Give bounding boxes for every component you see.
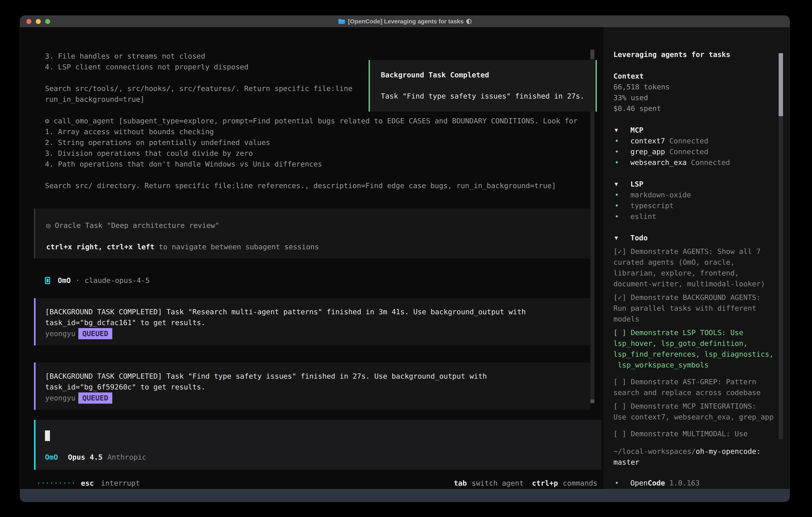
switch-agent-label: switch agent xyxy=(471,478,523,489)
agent-header: OmO · claude-opus-4-5 xyxy=(45,275,150,286)
tool-call-text: call_omo_agent [subagent_type=explore, p… xyxy=(54,117,578,125)
screen: [OpenCode] Leveraging agents for tasks 3… xyxy=(0,0,812,517)
session-title: Leveraging agents for tasks xyxy=(613,49,779,60)
status-badge: QUEUED xyxy=(78,328,112,339)
task-author: yeongyu xyxy=(45,329,76,338)
window-titlebar: [OpenCode] Leveraging agents for tasks xyxy=(20,16,790,28)
agent-model: claude-opus-4-5 xyxy=(85,275,150,286)
context-section: Context 66,518 tokens 33% used $0.46 spe… xyxy=(613,71,779,114)
busy-indicator-icon xyxy=(466,19,471,24)
todo-item-pending: [ ] Demonstrate AST-GREP: Pattern search… xyxy=(613,377,779,398)
toast-title: Background Task Completed xyxy=(381,70,489,80)
task-text-line2: task_id="bg_dcfac161" to get results. xyxy=(45,317,205,328)
lsp-section-header[interactable]: ▼ LSP xyxy=(613,179,779,190)
status-dot-icon: • xyxy=(613,200,630,211)
todo-section-header[interactable]: ▼ Todo xyxy=(613,233,779,243)
workspace-repo: oh-my-opencode: xyxy=(696,447,761,456)
mcp-section: ▼ MCP • context7 Connected • grep_app Co… xyxy=(613,125,779,168)
oracle-hint-text: to navigate between subagent sessions xyxy=(154,243,319,251)
prompt-input[interactable]: OmO Opus 4.5 Anthropic xyxy=(34,420,601,470)
todo-item-done: [✓] Demonstrate AGENTS: Show all 7 curat… xyxy=(613,246,779,289)
lsp-item: • typescript xyxy=(613,200,779,211)
mcp-item: • websearch_exa Connected xyxy=(613,157,779,168)
task-text-line1: [BACKGROUND TASK COMPLETED] Task "Resear… xyxy=(45,306,526,317)
mcp-item: • context7 Connected xyxy=(613,136,779,146)
switch-agent-key: tab xyxy=(454,478,467,489)
status-dot-icon: • xyxy=(613,190,630,200)
folder-icon xyxy=(338,19,345,24)
mcp-item: • grep_app Connected xyxy=(613,146,779,157)
status-dot-icon: • xyxy=(613,211,630,222)
workspace-path: ~/local-workspaces/oh-my-opencode: maste… xyxy=(613,446,779,468)
oracle-hint-keys: ctrl+x right, ctrl+x left xyxy=(46,243,154,251)
sidebar-scrollbar-track[interactable] xyxy=(779,53,783,439)
chat-pane[interactable]: 3. File handles or streams not closed 4.… xyxy=(20,27,603,489)
mcp-heading: MCP xyxy=(630,125,643,136)
lsp-heading: LSP xyxy=(630,179,643,190)
status-bar: ········· esc interrupt tab switch agent… xyxy=(20,478,603,489)
mcp-name: grep_app xyxy=(630,147,665,156)
todo-heading: Todo xyxy=(630,233,648,243)
collapse-triangle-icon: ▼ xyxy=(613,125,630,136)
toast-body: Task "Find type safety issues" finished … xyxy=(381,91,584,102)
agent-icon xyxy=(45,277,50,284)
status-badge: QUEUED xyxy=(78,392,112,404)
background-task-toast: Background Task Completed Task "Find typ… xyxy=(369,60,597,112)
status-dot-icon: • xyxy=(613,478,630,488)
status-dot-icon: • xyxy=(613,146,630,157)
git-branch: master xyxy=(613,457,779,468)
window-bottom-chrome xyxy=(20,489,790,502)
app-name: Open xyxy=(630,479,648,487)
bullseye-icon: ◎ xyxy=(46,221,51,229)
mcp-section-header[interactable]: ▼ MCP xyxy=(613,125,779,136)
input-model-label: Opus 4.5 xyxy=(68,452,103,463)
lsp-item: • markdown-oxide xyxy=(613,190,779,200)
version-row: • OpenCode 1.0.163 xyxy=(613,478,779,488)
spinner-dots-icon: ········· xyxy=(36,478,76,489)
tool-call-line: ⚙ call_omo_agent [subagent_type=explore,… xyxy=(45,115,578,126)
input-agent-label: OmO xyxy=(45,452,58,463)
todo-item-pending: [ ] Demonstrate MULTIMODAL: Use xyxy=(613,429,779,439)
terminal-window: [OpenCode] Leveraging agents for tasks 3… xyxy=(20,16,790,502)
app-version: 1.0.163 xyxy=(669,479,700,487)
commands-label: commands xyxy=(563,478,598,489)
context-stats: 66,518 tokens 33% used $0.46 spent xyxy=(613,82,779,114)
lsp-name: typescript xyxy=(630,200,674,211)
main-scrollbar-thumb-bottom[interactable] xyxy=(590,400,594,403)
lsp-item: • eslint xyxy=(613,211,779,222)
agent-output-top: 3. File handles or streams not closed 4.… xyxy=(45,51,352,105)
task-text-line1: [BACKGROUND TASK COMPLETED] Task "Find t… xyxy=(45,371,487,382)
context-heading: Context xyxy=(613,71,779,82)
mcp-status: Connected xyxy=(669,137,708,145)
collapse-triangle-icon: ▼ xyxy=(613,179,630,190)
separator-dot: · xyxy=(76,275,80,286)
tool-call-body: 1. Array access without bounds checking … xyxy=(45,126,556,191)
interrupt-key: esc xyxy=(81,478,94,489)
agent-name: OmO xyxy=(58,275,71,286)
window-title-area: [OpenCode] Leveraging agents for tasks xyxy=(20,16,790,27)
sidebar: Leveraging agents for tasks Context 66,5… xyxy=(603,27,790,489)
oracle-task-title: Oracle Task "Deep architecture review" xyxy=(55,221,220,229)
status-dot-icon: • xyxy=(613,136,630,146)
todo-item-active: [ ] Demonstrate LSP TOOLS: Use lsp_hover… xyxy=(613,327,779,371)
oracle-task-box: ◎ Oracle Task "Deep architecture review"… xyxy=(34,209,590,258)
todo-section: ▼ Todo [✓] Demonstrate AGENTS: Show all … xyxy=(613,233,779,442)
main-scrollbar-thumb-top[interactable] xyxy=(590,50,594,59)
task-text-line2: task_id="bg_6f59260c" to get results. xyxy=(45,382,205,392)
mcp-name: websearch_exa xyxy=(630,158,687,166)
gear-icon: ⚙ xyxy=(45,117,49,125)
lsp-name: eslint xyxy=(630,211,656,222)
app-name-bold: Code xyxy=(648,479,665,487)
window-title: [OpenCode] Leveraging agents for tasks xyxy=(348,18,464,25)
todo-item-pending: [ ] Demonstrate MCP INTEGRATIONS: Use co… xyxy=(613,401,779,423)
task-author: yeongyu xyxy=(45,394,76,402)
background-task-message: [BACKGROUND TASK COMPLETED] Task "Resear… xyxy=(34,298,590,346)
workspace-dir: ~/local-workspaces/ xyxy=(613,447,696,456)
lsp-name: markdown-oxide xyxy=(630,190,691,200)
text-cursor xyxy=(45,430,50,441)
sidebar-scrollbar-thumb[interactable] xyxy=(779,53,783,116)
mcp-name: context7 xyxy=(630,137,665,145)
mcp-status: Connected xyxy=(691,158,730,166)
status-dot-icon: • xyxy=(613,157,630,168)
todo-item-done: [✓] Demonstrate BACKGROUND AGENTS: Run p… xyxy=(613,292,779,324)
